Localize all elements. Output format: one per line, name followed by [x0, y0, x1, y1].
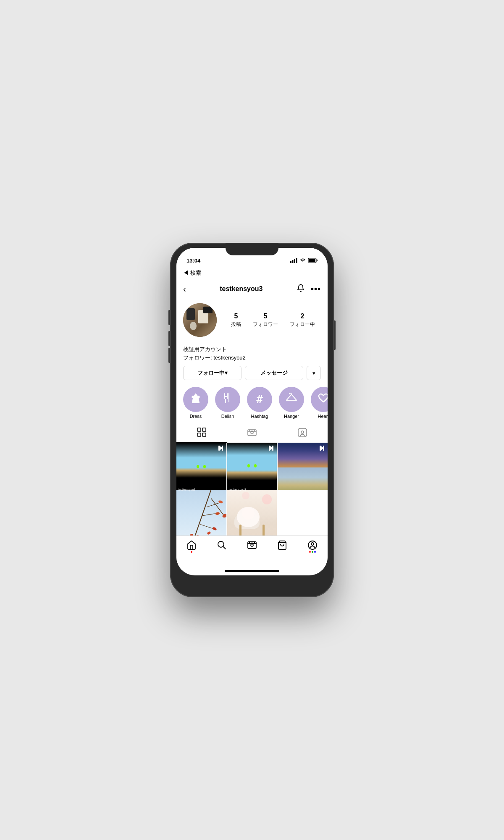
svg-rect-3	[296, 258, 297, 263]
grid-post-1[interactable]: testkensyou3	[176, 443, 226, 493]
svg-rect-30	[320, 446, 321, 451]
nav-back-bar: ◀ 検索	[176, 266, 328, 280]
autumn-svg	[176, 490, 226, 536]
following-label: フォロー中	[290, 321, 315, 328]
more-icon[interactable]: •••	[311, 284, 321, 294]
highlight-circle-delish	[215, 387, 240, 412]
followers-label: フォロワー	[253, 321, 278, 328]
home-icon	[186, 540, 197, 550]
cat-eyes-2	[247, 464, 257, 467]
bottom-nav-home[interactable]	[186, 540, 197, 553]
avatar-image	[183, 303, 217, 337]
svg-rect-0	[290, 261, 291, 263]
followers-stat[interactable]: 5 フォロワー	[253, 312, 278, 328]
highlight-hashtag[interactable]: # Hashtag	[247, 387, 272, 419]
svg-point-40	[212, 526, 217, 530]
tab-grid[interactable]	[176, 424, 227, 443]
following-count: 2	[301, 312, 304, 320]
svg-line-45	[223, 547, 226, 549]
svg-rect-29	[272, 446, 273, 451]
highlight-circle-heart	[311, 387, 328, 412]
bio-line2: フォロワー: testkensyou2	[183, 354, 321, 362]
highlight-circle-hashtag: #	[247, 387, 272, 412]
svg-rect-2	[294, 259, 295, 263]
highlight-label-hanger: Hanger	[284, 414, 299, 419]
video-badge-1	[218, 445, 224, 453]
header-action-icons: •••	[297, 284, 321, 294]
status-time: 13:04	[186, 257, 200, 264]
grid-post-2[interactable]: testkensyou3	[227, 443, 277, 493]
profile-username: testkensyou3	[220, 285, 262, 293]
bell-icon[interactable]	[297, 284, 305, 294]
grid-icon	[197, 428, 206, 439]
status-right-icons	[290, 257, 318, 264]
svg-point-24	[301, 431, 304, 433]
back-search-text[interactable]: ◀ 検索	[183, 269, 201, 277]
posts-stat[interactable]: 5 投稿	[231, 312, 241, 328]
tab-reels[interactable]	[227, 424, 277, 443]
username-overlay-2: testkensyou3	[229, 488, 246, 491]
video-badge-3	[319, 445, 325, 453]
svg-rect-14	[202, 428, 206, 431]
highlight-delish[interactable]: Delish	[215, 387, 240, 419]
profile-header: ‹ testkensyou3 •••	[176, 280, 328, 298]
bottom-nav-profile[interactable]	[307, 540, 318, 553]
svg-point-18	[251, 431, 253, 434]
svg-rect-23	[298, 428, 307, 437]
profile-top-row: 5 投稿 5 フォロワー 2 フォロー中	[183, 303, 321, 337]
highlight-label-delish: Delish	[221, 414, 234, 419]
svg-point-42	[196, 535, 200, 536]
phone-device: 13:04 ◀ 検索 ‹ testkensyou3	[170, 243, 334, 597]
reels-icon	[247, 428, 257, 439]
svg-rect-12	[228, 393, 229, 402]
highlight-hanger[interactable]: Hanger	[279, 387, 304, 419]
svg-line-32	[194, 490, 211, 536]
avatar[interactable]	[183, 303, 217, 337]
grid-post-4[interactable]	[176, 490, 226, 536]
search-icon	[217, 540, 227, 550]
bio-line1: 検証用アカウント	[183, 345, 321, 354]
message-button[interactable]: メッセージ	[245, 366, 303, 380]
tagged-icon	[298, 428, 307, 439]
svg-rect-31	[323, 446, 324, 451]
highlight-dress[interactable]: Dress	[183, 387, 208, 419]
bottom-nav-reels[interactable]	[247, 540, 257, 550]
hash-icon: #	[256, 393, 263, 406]
following-stat[interactable]: 2 フォロー中	[290, 312, 315, 328]
grid-post-3[interactable]	[278, 443, 328, 493]
heart-icon	[318, 393, 328, 406]
followers-count: 5	[264, 312, 268, 320]
svg-rect-10	[225, 399, 226, 403]
stats-row: 5 投稿 5 フォロワー 2 フォロー中	[225, 312, 321, 328]
highlight-heart[interactable]: Heart	[311, 387, 328, 419]
svg-point-41	[207, 531, 211, 535]
bottom-nav-search[interactable]	[217, 540, 227, 550]
svg-rect-13	[197, 428, 201, 431]
highlight-label-hashtag: Hashtag	[251, 414, 268, 419]
wifi-icon	[299, 257, 306, 264]
signal-icon	[290, 258, 297, 264]
highlight-circle-hanger	[279, 387, 304, 412]
bottom-nav-shop[interactable]	[277, 540, 287, 550]
tab-tagged[interactable]	[277, 424, 328, 443]
highlight-circle-dress	[183, 387, 208, 412]
svg-rect-27	[222, 446, 223, 451]
svg-rect-26	[218, 446, 220, 451]
content-tab-bar	[176, 424, 328, 443]
grid-post-6	[278, 490, 328, 536]
svg-line-35	[202, 513, 215, 515]
dropdown-button[interactable]: ▾	[307, 366, 321, 380]
home-indicator	[225, 570, 279, 572]
profile-dots	[309, 551, 316, 553]
cat-eyes-1	[197, 465, 206, 468]
posts-grid: testkensyou3 testkensyou3	[176, 443, 328, 536]
follow-button[interactable]: フォロー中▾	[183, 366, 242, 380]
svg-rect-15	[197, 433, 201, 436]
posts-label: 投稿	[231, 321, 241, 328]
posts-count: 5	[234, 312, 238, 320]
grid-post-5[interactable]	[227, 490, 277, 536]
svg-point-39	[215, 512, 220, 515]
svg-point-54	[311, 543, 314, 545]
back-button[interactable]: ‹	[183, 284, 186, 294]
phone-screen: 13:04 ◀ 検索 ‹ testkensyou3	[176, 248, 328, 575]
